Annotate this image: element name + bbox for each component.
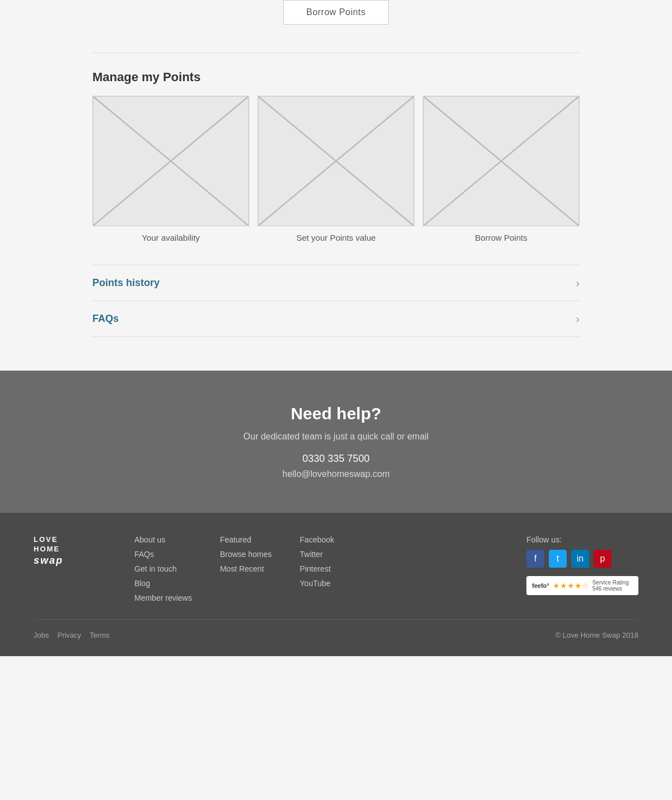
top-divider [92,53,580,53]
footer-nav-col-3: Facebook Twitter Pinterest YouTube [300,535,334,602]
logo-home: HOME [34,545,112,554]
faqs-label: FAQs [92,313,119,325]
logo: LOVE HOME swap [34,535,112,567]
logo-love: LOVE [34,535,112,545]
footer-link-terms[interactable]: Terms [90,631,109,639]
chevron-right-icon-2: › [576,312,580,325]
svg-line-4 [258,96,414,226]
footer-link-twitter[interactable]: Twitter [300,550,334,559]
faqs-item[interactable]: FAQs › [92,301,580,337]
placeholder-x-icon [93,96,249,226]
footer-link-jobs[interactable]: Jobs [34,631,49,639]
footer-phone[interactable]: 0330 335 7500 [11,453,661,465]
footer-bottom: LOVE HOME swap About us FAQs Get in touc… [0,513,672,656]
feefo-text: Service Rating 546 reviews [592,579,633,592]
footer-nav: About us FAQs Get in touch Blog Member r… [134,535,504,602]
follow-area: Follow us: f t in p feefo° ★★★★☆ Service… [526,535,638,595]
footer-link-youtube[interactable]: YouTube [300,579,334,588]
manage-section-title: Manage my Points [92,70,580,85]
footer-link-member-reviews[interactable]: Member reviews [134,593,192,602]
logo-area: LOVE HOME swap [34,535,112,567]
footer-nav-col-2: Featured Browse homes Most Recent [220,535,272,602]
footer-link-blog[interactable]: Blog [134,579,192,588]
footer-link-get-in-touch[interactable]: Get in touch [134,564,192,573]
logo-swap: swap [34,554,112,567]
footer-link-about[interactable]: About us [134,535,192,544]
card-points-value-label: Set your Points value [296,233,376,242]
footer-email-link[interactable]: hello@lovehomeswap.com [282,469,389,479]
borrow-points-top-button[interactable]: Borrow Points [283,0,389,25]
points-history-label: Points history [92,277,160,289]
svg-rect-8 [423,96,579,226]
footer-link-privacy[interactable]: Privacy [57,631,81,639]
placeholder-x-icon-3 [423,96,579,226]
footer-link-pinterest[interactable]: Pinterest [300,564,334,573]
card-availability-image[interactable] [92,96,249,226]
chevron-right-icon: › [576,277,580,289]
card-points-value-image[interactable] [258,96,414,226]
feefo-logo: feefo° [532,582,549,589]
feefo-badge[interactable]: feefo° ★★★★☆ Service Rating 546 reviews [526,576,638,595]
svg-line-6 [423,96,579,226]
card-points-value[interactable]: Set your Points value [258,96,414,242]
footer-email[interactable]: hello@lovehomeswap.com [11,469,661,479]
main-content: Manage my Points Your availability [84,41,588,371]
footer-nav-col-1: About us FAQs Get in touch Blog Member r… [134,535,192,602]
feefo-stars: ★★★★☆ [553,581,589,590]
footer-link-most-recent[interactable]: Most Recent [220,564,272,573]
linkedin-icon[interactable]: in [571,550,589,568]
footer-link-faqs[interactable]: FAQs [134,550,192,559]
cards-grid: Your availability Set your Points value [92,96,580,242]
svg-line-7 [423,96,579,226]
points-history-item[interactable]: Points history › [92,265,580,301]
card-availability[interactable]: Your availability [92,96,249,242]
svg-rect-5 [258,96,414,226]
social-icons: f t in p [526,550,638,568]
footer-link-facebook[interactable]: Facebook [300,535,334,544]
card-borrow-points-label: Borrow Points [475,233,527,242]
facebook-icon[interactable]: f [526,550,544,568]
twitter-icon[interactable]: t [549,550,567,568]
footer-legal: Jobs Privacy Terms © Love Home Swap 2018 [34,619,638,639]
footer-help-section: Need help? Our dedicated team is just a … [0,371,672,513]
svg-line-1 [93,96,249,226]
top-button-area: Borrow Points [0,0,672,41]
footer-help-title: Need help? [11,404,661,423]
placeholder-x-icon-2 [258,96,414,226]
footer-help-subtitle: Our dedicated team is just a quick call … [11,432,661,442]
svg-line-0 [93,96,249,226]
follow-label: Follow us: [526,535,638,544]
footer-link-featured[interactable]: Featured [220,535,272,544]
card-availability-label: Your availability [142,233,200,242]
svg-rect-2 [93,96,249,226]
footer-legal-links: Jobs Privacy Terms [34,631,109,639]
list-section: Points history › FAQs › [92,265,580,337]
footer-bottom-inner: LOVE HOME swap About us FAQs Get in touc… [34,535,638,602]
card-borrow-points[interactable]: Borrow Points [423,96,580,242]
footer-link-browse-homes[interactable]: Browse homes [220,550,272,559]
card-borrow-points-image[interactable] [423,96,580,226]
svg-line-3 [258,96,414,226]
footer-copyright: © Love Home Swap 2018 [556,631,638,639]
pinterest-icon[interactable]: p [594,550,612,568]
